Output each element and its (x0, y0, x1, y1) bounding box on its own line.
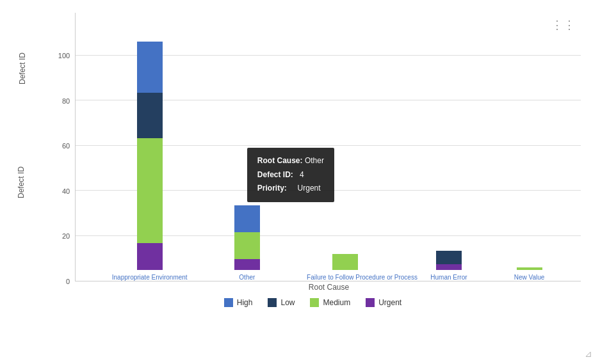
legend-label-high: High (237, 298, 253, 307)
tooltip-priority-label: Priority: (257, 184, 298, 193)
bar-medium[interactable] (332, 254, 358, 270)
legend-label-low: Low (280, 298, 295, 307)
bar-group-failure: Failure to Follow Procedure or Process (307, 254, 384, 281)
legend-label-medium: Medium (323, 298, 350, 307)
bar-urgent[interactable] (436, 264, 462, 270)
bar-urgent[interactable] (234, 259, 260, 270)
tooltip-defect-id-value: 4 (300, 170, 304, 179)
resize-icon[interactable]: ⊿ (585, 349, 592, 359)
legend-swatch-medium (310, 298, 319, 307)
bar-high[interactable] (234, 205, 260, 232)
bars-wrapper: Inappropriate Environment Other (76, 13, 581, 281)
legend: High Low Medium Urgent (45, 298, 581, 307)
tooltip-root-cause-label: Root Cause: (257, 156, 305, 165)
bar-stack (517, 267, 542, 270)
bar-group-new-value: New Value (514, 267, 545, 281)
x-axis-title: Root Cause (77, 283, 581, 292)
legend-item-medium: Medium (310, 298, 350, 307)
bar-medium[interactable] (234, 232, 260, 259)
bar-low[interactable] (436, 251, 462, 264)
x-label-new-value: New Value (514, 274, 545, 281)
bar-medium[interactable] (517, 267, 542, 270)
legend-item-high: High (224, 298, 253, 307)
tooltip-root-cause-value: Other (305, 156, 324, 165)
y-axis-title: Defect ID (17, 166, 26, 198)
bar-stack (332, 254, 358, 270)
legend-item-urgent: Urgent (366, 298, 401, 307)
x-label-human-error: Human Error (430, 274, 467, 281)
legend-swatch-urgent (366, 298, 375, 307)
bar-stack (137, 42, 163, 270)
bar-medium[interactable] (137, 138, 163, 243)
bar-group-human-error: Human Error (430, 251, 467, 281)
tooltip: Root Cause: Other Defect ID: 4 Priority:… (247, 148, 334, 202)
y-axis-labels: 0 20 40 60 80 100 Defect ID (45, 13, 75, 281)
chart-area: Inappropriate Environment Other (75, 13, 581, 281)
x-label-inappropriate-environment: Inappropriate Environment (112, 274, 188, 281)
legend-swatch-low (268, 298, 277, 307)
bar-group-inappropriate-environment: Inappropriate Environment (112, 42, 188, 281)
bar-stack (234, 205, 260, 270)
x-label-failure: Failure to Follow Procedure or Process (307, 274, 384, 281)
tooltip-priority-value: Urgent (298, 184, 321, 193)
bar-group-other: Other Root Cause: Other Defect ID: 4 Pri… (234, 205, 260, 281)
x-label-other: Other (239, 274, 255, 281)
bar-low[interactable] (137, 93, 163, 138)
legend-swatch-high (224, 298, 233, 307)
chart-container: ⋮⋮ Defect ID 0 20 40 60 80 100 Defect ID (0, 0, 600, 364)
tooltip-defect-id-label: Defect ID: (257, 170, 300, 179)
bar-urgent[interactable] (137, 243, 163, 270)
bar-high[interactable] (137, 42, 163, 93)
legend-item-low: Low (268, 298, 295, 307)
bar-stack (436, 251, 462, 270)
legend-label-urgent: Urgent (378, 298, 401, 307)
